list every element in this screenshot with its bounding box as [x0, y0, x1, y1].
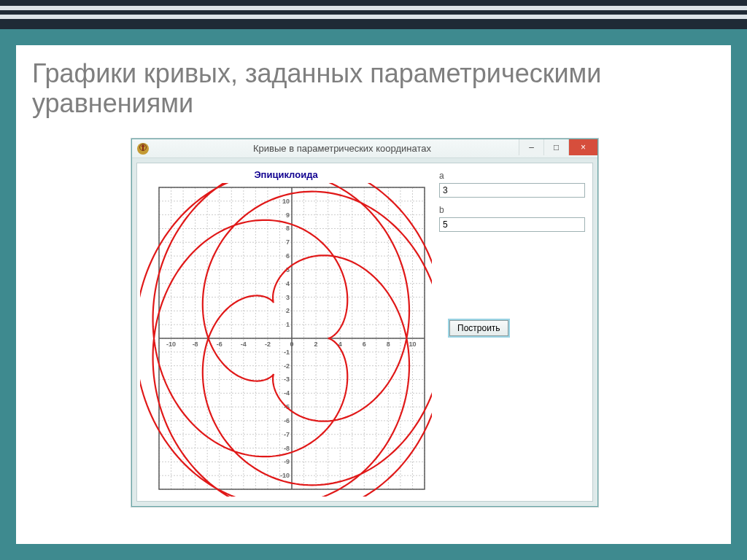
input-b[interactable] [439, 217, 585, 232]
svg-text:0: 0 [290, 341, 293, 348]
parameter-panel: a b [439, 171, 587, 239]
field-b: b [439, 205, 587, 232]
plot-button[interactable]: Построить [449, 320, 508, 336]
svg-text:10: 10 [409, 341, 416, 348]
label-a: a [439, 171, 587, 181]
svg-text:3: 3 [286, 294, 290, 301]
svg-text:4: 4 [286, 280, 290, 287]
svg-text:-8: -8 [193, 341, 198, 348]
svg-text:-6: -6 [284, 417, 290, 424]
chart-title: Эпициклоида [140, 169, 432, 180]
titlebar: Кривые в параметрических координатах – □… [132, 139, 597, 158]
chart-svg: -10-8-6-4-20246810-10-9-8-7-6-5-4-3-2-11… [140, 183, 432, 497]
chart-area: Эпициклоида -10-8-6-4-20246810-10-9-8-7-… [140, 169, 432, 497]
field-a: a [439, 171, 587, 198]
svg-text:-4: -4 [284, 389, 290, 397]
svg-text:-7: -7 [284, 431, 290, 438]
close-button[interactable]: × [568, 139, 597, 155]
window-buttons: – □ × [519, 139, 597, 155]
svg-text:2: 2 [286, 307, 290, 314]
svg-text:-9: -9 [284, 458, 290, 465]
slide-top-decoration [0, 0, 747, 29]
input-a[interactable] [439, 183, 585, 198]
svg-text:-2: -2 [265, 341, 271, 348]
svg-text:-10: -10 [280, 472, 290, 479]
svg-text:8: 8 [387, 341, 390, 348]
svg-text:-1: -1 [284, 349, 290, 356]
svg-text:-10: -10 [166, 341, 176, 348]
maximize-button[interactable]: □ [543, 139, 568, 155]
label-b: b [439, 205, 587, 215]
svg-text:-2: -2 [284, 362, 290, 370]
svg-text:-6: -6 [217, 341, 222, 348]
svg-text:2: 2 [314, 341, 318, 348]
minimize-button[interactable]: – [519, 139, 543, 155]
svg-text:-3: -3 [284, 376, 290, 383]
svg-text:8: 8 [286, 225, 290, 232]
svg-text:1: 1 [286, 321, 290, 328]
client-area: Эпициклоида -10-8-6-4-20246810-10-9-8-7-… [136, 163, 593, 502]
svg-text:-8: -8 [284, 445, 290, 452]
svg-text:-4: -4 [241, 341, 247, 348]
app-icon [136, 142, 150, 155]
svg-text:10: 10 [282, 198, 290, 205]
slide-title: Графики кривых, заданных параметрическим… [32, 58, 715, 119]
svg-text:6: 6 [363, 341, 366, 348]
app-window: Кривые в параметрических координатах – □… [131, 139, 598, 507]
svg-text:9: 9 [286, 211, 290, 219]
svg-text:6: 6 [286, 252, 290, 260]
svg-text:7: 7 [286, 238, 290, 246]
